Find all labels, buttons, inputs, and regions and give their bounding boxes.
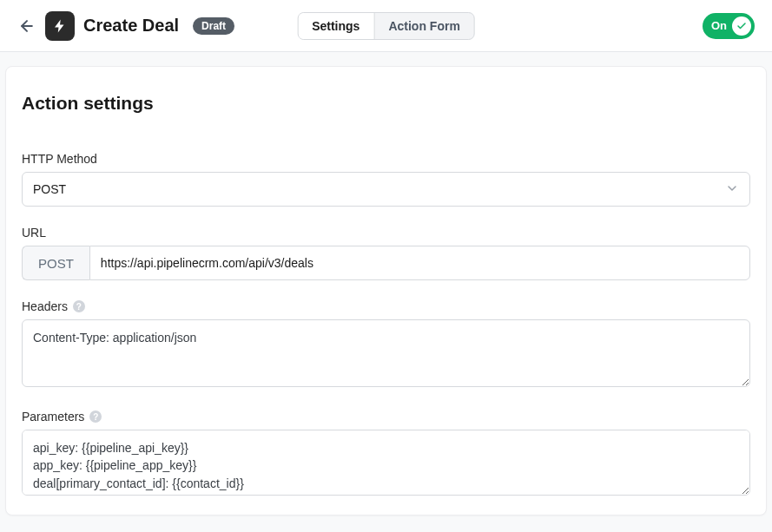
header-bar: Create Deal Draft Settings Action Form O… (0, 0, 772, 52)
section-title: Action settings (22, 93, 750, 114)
status-badge: Draft (193, 17, 234, 35)
back-button[interactable] (17, 16, 36, 36)
page-title: Create Deal (83, 16, 179, 36)
headers-label: Headers (22, 299, 68, 313)
arrow-left-icon (18, 17, 36, 35)
tab-group: Settings Action Form (297, 12, 475, 40)
headers-textarea[interactable] (22, 319, 750, 387)
parameters-label: Parameters (22, 410, 84, 424)
enable-toggle[interactable]: On (703, 13, 755, 39)
toggle-knob (732, 16, 751, 36)
http-method-label: HTTP Method (22, 152, 750, 166)
field-http-method: HTTP Method POST (22, 152, 750, 207)
toggle-label: On (711, 19, 727, 32)
http-method-select[interactable]: POST (22, 172, 750, 207)
settings-card: Action settings HTTP Method POST URL POS… (5, 66, 767, 516)
tab-settings[interactable]: Settings (298, 13, 374, 39)
field-parameters: Parameters ? (22, 410, 750, 499)
lightning-icon (52, 18, 68, 34)
headers-label-row: Headers ? (22, 299, 750, 313)
http-method-value: POST (33, 182, 66, 196)
field-headers: Headers ? (22, 299, 750, 391)
check-icon (736, 21, 747, 31)
help-icon[interactable]: ? (89, 410, 102, 423)
help-icon[interactable]: ? (73, 300, 85, 312)
header-right: On (703, 13, 755, 39)
parameters-label-row: Parameters ? (22, 410, 750, 424)
url-method-prefix: POST (22, 246, 89, 280)
chevron-down-icon (725, 181, 739, 198)
header-left: Create Deal Draft (17, 11, 234, 41)
header-tabs: Settings Action Form (297, 12, 475, 40)
url-input[interactable] (89, 246, 750, 280)
field-url: URL POST (22, 226, 750, 280)
url-row: POST (22, 246, 750, 280)
parameters-textarea[interactable] (22, 430, 750, 496)
app-icon (45, 11, 75, 41)
url-label: URL (22, 226, 750, 240)
tab-action-form[interactable]: Action Form (374, 13, 473, 39)
